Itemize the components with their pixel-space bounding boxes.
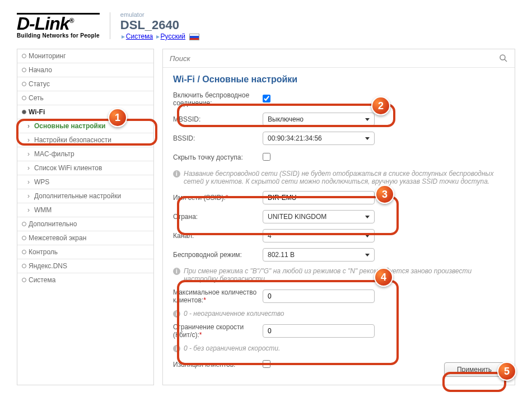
flag-icon xyxy=(189,34,199,40)
speed-limit-label: Ограничение скорости (Кбит/с):* xyxy=(173,323,263,339)
mbssid-value: Выключено xyxy=(268,115,304,123)
sidebar-sub-wps[interactable]: WPS xyxy=(17,175,153,189)
enable-wireless-checkbox[interactable] xyxy=(263,95,270,102)
hint-text: Название беспроводной сети (SSID) не буд… xyxy=(184,170,505,185)
max-clients-input[interactable] xyxy=(263,290,375,303)
mbssid-select[interactable]: Выключено xyxy=(263,113,375,126)
sidebar-sub-basic[interactable]: Основные настройки xyxy=(17,119,153,133)
speed-limit-input[interactable] xyxy=(263,324,375,338)
wifi-submenu: Основные настройки Настройки безопасност… xyxy=(17,119,153,217)
country-select[interactable]: UNITED KINGDOM xyxy=(263,210,375,223)
hint-text: 0 - без ограничения скорости. xyxy=(184,344,280,352)
sidebar-sub-advanced[interactable]: Дополнительные настройки xyxy=(17,189,153,203)
isolation-checkbox[interactable] xyxy=(263,360,270,368)
model-name: DSL_2640 xyxy=(120,18,200,32)
sidebar-item-monitoring[interactable]: Мониторинг xyxy=(17,49,153,63)
mode-select[interactable]: 802.11 B xyxy=(263,248,375,262)
sidebar-sub-macfilter[interactable]: MAC-фильтр xyxy=(17,147,153,161)
hide-ap-checkbox[interactable] xyxy=(263,153,270,161)
sidebar-item-system[interactable]: Система xyxy=(17,273,153,287)
hint-text: 0 - неограниченное количество xyxy=(184,310,284,318)
logo-text: D-Link xyxy=(17,13,69,34)
divider xyxy=(110,12,110,39)
mode-value: 802.11 B xyxy=(268,251,295,259)
search-bar xyxy=(163,49,515,68)
content: Wi-Fi / Основные настройки Включить бесп… xyxy=(162,49,515,385)
model-block: emulator DSL_2640 ▸Система ▸Русский xyxy=(120,11,200,40)
ssid-label: Имя сети (SSID):* xyxy=(173,194,263,202)
info-icon: i xyxy=(173,268,180,275)
max-clients-hint: i0 - неограниченное количество xyxy=(173,310,505,318)
crumb-system[interactable]: Система xyxy=(126,32,153,40)
sidebar-item-network[interactable]: Сеть xyxy=(17,91,153,105)
sidebar-item-firewall[interactable]: Межсетевой экран xyxy=(17,231,153,245)
country-value: UNITED KINGDOM xyxy=(268,213,326,221)
country-label: Страна: xyxy=(173,213,263,221)
channel-label: Канал: xyxy=(173,232,263,240)
crumb-language[interactable]: Русский xyxy=(161,32,186,40)
info-icon: i xyxy=(173,170,180,178)
hide-ap-label: Скрыть точку доступа: xyxy=(173,153,263,161)
hint-text: При смене режима с "B"/"G" на любой из р… xyxy=(184,267,505,283)
logo: D-Link® Building Networks for People xyxy=(17,13,100,39)
search-input[interactable] xyxy=(170,54,499,63)
sidebar-item-status[interactable]: Статус xyxy=(17,77,153,91)
header: D-Link® Building Networks for People emu… xyxy=(17,11,515,40)
info-icon: i xyxy=(173,345,180,352)
sidebar-sub-security[interactable]: Настройки безопасности xyxy=(17,133,153,147)
logo-tagline: Building Networks for People xyxy=(17,32,100,39)
isolation-label: Изоляция клиентов: xyxy=(173,361,263,368)
chevron-down-icon xyxy=(365,235,370,237)
chevron-down-icon xyxy=(365,137,370,140)
chevron-down-icon xyxy=(365,254,370,256)
mbssid-label: MBSSID: xyxy=(173,115,263,123)
breadcrumb: ▸Система ▸Русский xyxy=(120,32,200,40)
speed-limit-hint: i0 - без ограничения скорости. xyxy=(173,344,505,352)
sidebar-item-wifi[interactable]: Wi-Fi xyxy=(17,105,153,119)
mode-hint: iПри смене режима с "B"/"G" на любой из … xyxy=(173,267,505,283)
svg-line-1 xyxy=(505,59,507,62)
info-icon: i xyxy=(173,310,180,318)
bssid-select[interactable]: 00:90:34:21:34:56 xyxy=(263,132,375,145)
apply-button[interactable]: Применить xyxy=(444,362,505,377)
sidebar-item-control[interactable]: Контроль xyxy=(17,245,153,259)
sidebar-sub-wmm[interactable]: WMM xyxy=(17,203,153,217)
page-title: Wi-Fi / Основные настройки xyxy=(173,74,505,85)
bssid-value: 00:90:34:21:34:56 xyxy=(268,134,322,142)
channel-value: 4 xyxy=(268,232,272,240)
enable-wireless-label: Включить беспроводное соединение: xyxy=(173,91,263,107)
svg-point-0 xyxy=(500,55,505,60)
chevron-down-icon xyxy=(365,118,370,121)
sidebar: Мониторинг Начало Статус Сеть Wi-Fi Осно… xyxy=(17,49,154,385)
chevron-down-icon xyxy=(365,216,370,218)
ssid-input[interactable] xyxy=(263,191,375,204)
sidebar-item-yandexdns[interactable]: Яндекс.DNS xyxy=(17,259,153,273)
sidebar-item-additional[interactable]: Дополнительно xyxy=(17,217,153,231)
bssid-label: BSSID: xyxy=(173,134,263,142)
sidebar-sub-clients[interactable]: Список WiFi клиентов xyxy=(17,161,153,175)
channel-select[interactable]: 4 xyxy=(263,229,375,242)
sidebar-item-start[interactable]: Начало xyxy=(17,63,153,77)
max-clients-label: Максимальное количество клиентов:* xyxy=(173,288,263,304)
search-icon[interactable] xyxy=(499,54,508,63)
mode-label: Беспроводной режим: xyxy=(173,251,263,259)
hide-ap-hint: iНазвание беспроводной сети (SSID) не бу… xyxy=(173,170,505,185)
emulator-label: emulator xyxy=(120,11,200,18)
